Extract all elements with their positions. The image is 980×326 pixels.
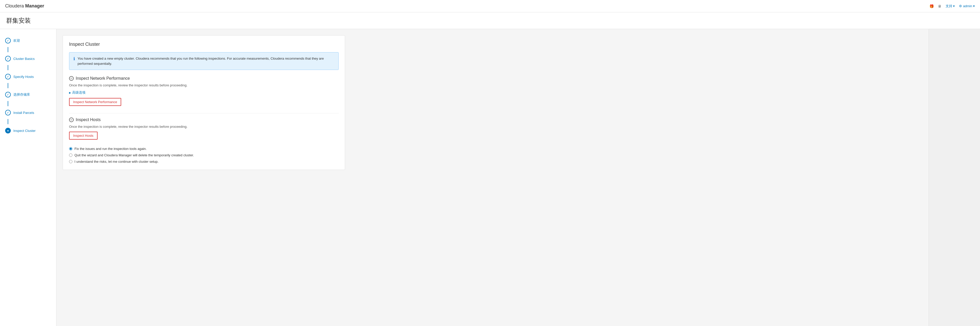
hosts-desc: Once the inspection is complete, review … bbox=[69, 125, 339, 129]
step-icon-inspect-cluster: ● bbox=[5, 128, 11, 133]
sidebar-label-install-parcels: Install Parcels bbox=[13, 111, 34, 115]
radio-understand[interactable] bbox=[69, 160, 72, 163]
support-link[interactable]: 支持 ▾ bbox=[946, 4, 955, 8]
right-panel bbox=[929, 29, 980, 326]
chevron-right-icon: ▶ bbox=[69, 91, 71, 94]
hosts-title-label: Inspect Hosts bbox=[76, 118, 101, 122]
page-header: 群集安装 bbox=[0, 12, 980, 29]
radio-group: Fix the issues and run the inspection to… bbox=[69, 147, 339, 163]
gift-icon[interactable]: 🎁 bbox=[929, 4, 934, 8]
radio-fix[interactable] bbox=[69, 147, 72, 150]
sidebar-item-cluster-basics[interactable]: ✓ Cluster Basics bbox=[0, 52, 56, 65]
radio-item-fix[interactable]: Fix the issues and run the inspection to… bbox=[69, 147, 339, 151]
network-desc: Once the inspection is complete, review … bbox=[69, 83, 339, 87]
hosts-section-title: ⊙ Inspect Hosts bbox=[69, 118, 339, 122]
radio-quit[interactable] bbox=[69, 153, 72, 157]
advanced-options-toggle[interactable]: ▶ 高级选项 bbox=[69, 90, 339, 95]
sidebar-label-welcome: 欢迎 bbox=[13, 38, 20, 43]
connector-3 bbox=[8, 83, 8, 88]
connector-4 bbox=[8, 101, 8, 106]
network-section-title: ⊙ Inspect Network Performance bbox=[69, 76, 339, 81]
brand-cloudera: Cloudera bbox=[5, 3, 24, 9]
step-icon-welcome: ✓ bbox=[5, 38, 11, 43]
sidebar-item-select-repo[interactable]: ✓ 选择存储库 bbox=[0, 88, 56, 101]
step-icon-install-parcels: ✓ bbox=[5, 110, 11, 115]
connector-2 bbox=[8, 65, 8, 70]
connector-1 bbox=[8, 47, 8, 52]
nav-right: 🎁 🖥 支持 ▾ ⚙ admin ▾ bbox=[929, 4, 975, 8]
info-text: You have created a new empty cluster. Cl… bbox=[78, 56, 334, 66]
admin-link[interactable]: ⚙ admin ▾ bbox=[959, 4, 975, 8]
page-title: 群集安装 bbox=[6, 16, 974, 25]
sidebar-label-specify-hosts: Specify Hosts bbox=[13, 75, 33, 79]
step-icon-select-repo: ✓ bbox=[5, 92, 11, 97]
brand: Cloudera Manager bbox=[5, 3, 44, 9]
radio-quit-label: Quit the wizard and Cloudera Manager wil… bbox=[75, 153, 194, 157]
step-icon-specify-hosts: ✓ bbox=[5, 74, 11, 80]
hosts-section: ⊙ Inspect Hosts Once the inspection is c… bbox=[69, 118, 339, 140]
sidebar-item-install-parcels[interactable]: ✓ Install Parcels bbox=[0, 106, 56, 119]
sidebar-label-cluster-basics: Cluster Basics bbox=[13, 57, 35, 61]
clock-icon-network: ⊙ bbox=[69, 76, 74, 81]
divider-1 bbox=[69, 113, 339, 113]
panel-title: Inspect Cluster bbox=[69, 42, 339, 47]
info-icon: ℹ bbox=[73, 56, 75, 61]
main-layout: ✓ 欢迎 ✓ Cluster Basics ✓ Specify Hosts ✓ … bbox=[0, 29, 980, 326]
radio-item-quit[interactable]: Quit the wizard and Cloudera Manager wil… bbox=[69, 153, 339, 157]
step-icon-cluster-basics: ✓ bbox=[5, 56, 11, 61]
sidebar-item-inspect-cluster[interactable]: ● Inspect Cluster bbox=[0, 124, 56, 137]
connector-5 bbox=[8, 119, 8, 124]
content-area: Inspect Cluster ℹ You have created a new… bbox=[56, 29, 929, 326]
advanced-options-label: 高级选项 bbox=[72, 90, 86, 95]
sidebar: ✓ 欢迎 ✓ Cluster Basics ✓ Specify Hosts ✓ … bbox=[0, 29, 56, 326]
sidebar-item-specify-hosts[interactable]: ✓ Specify Hosts bbox=[0, 70, 56, 83]
top-nav: Cloudera Manager 🎁 🖥 支持 ▾ ⚙ admin ▾ bbox=[0, 0, 980, 12]
brand-manager: Manager bbox=[25, 3, 44, 9]
content-panel: Inspect Cluster ℹ You have created a new… bbox=[63, 35, 345, 170]
sidebar-item-welcome[interactable]: ✓ 欢迎 bbox=[0, 34, 56, 47]
clock-icon-hosts: ⊙ bbox=[69, 118, 74, 122]
inspect-network-button[interactable]: Inspect Network Performance bbox=[69, 98, 121, 106]
network-section: ⊙ Inspect Network Performance Once the i… bbox=[69, 76, 339, 106]
radio-item-understand[interactable]: I understand the risks, let me continue … bbox=[69, 160, 339, 163]
inspect-hosts-button[interactable]: Inspect Hosts bbox=[69, 132, 97, 140]
info-box: ℹ You have created a new empty cluster. … bbox=[69, 52, 339, 70]
radio-understand-label: I understand the risks, let me continue … bbox=[75, 160, 158, 163]
radio-fix-label: Fix the issues and run the inspection to… bbox=[75, 147, 146, 151]
monitor-icon[interactable]: 🖥 bbox=[938, 4, 942, 8]
network-title-label: Inspect Network Performance bbox=[76, 76, 130, 81]
sidebar-label-inspect-cluster: Inspect Cluster bbox=[13, 129, 36, 133]
sidebar-label-select-repo: 选择存储库 bbox=[13, 92, 30, 97]
